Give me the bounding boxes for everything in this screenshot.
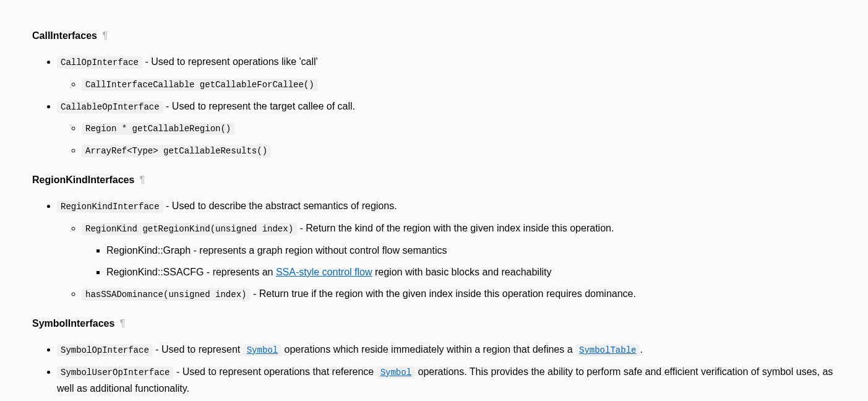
list-item: RegionKind::Graph - represents a graph r… (106, 242, 836, 259)
list-item: RegionKindInterface - Used to describe t… (57, 197, 836, 303)
pilcrow-icon[interactable]: ¶ (140, 175, 145, 185)
pilcrow-icon[interactable]: ¶ (120, 318, 126, 329)
list-callinterfaces: CallOpInterface - Used to represent oper… (32, 53, 836, 159)
text: - Used to represent operations that refe… (173, 366, 376, 377)
text: - Return true if the region with the giv… (250, 288, 635, 299)
code-symbol-link[interactable]: Symbol (243, 344, 281, 356)
list-symbolinterfaces: SymbolOpInterface - Used to represent Sy… (32, 341, 836, 397)
text: . (640, 344, 642, 355)
heading-text: SymbolInterfaces (32, 318, 114, 329)
code-getregionkind: RegionKind getRegionKind(unsigned index) (82, 223, 297, 235)
pilcrow-icon[interactable]: ¶ (102, 30, 108, 41)
list-item: hasSSADominance(unsigned index) - Return… (82, 285, 836, 303)
text: - Used to represent (153, 344, 243, 355)
code-getcallableregion: Region * getCallableRegion() (82, 123, 234, 135)
list-item: CallInterfaceCallable getCallableForCall… (82, 75, 836, 93)
text: - Used to represent the target callee of… (163, 101, 355, 111)
heading-text: CallInterfaces (32, 30, 97, 41)
text: RegionKind::SSACFG - represents an (106, 267, 276, 277)
list-item: SymbolOpInterface - Used to represent Sy… (57, 341, 836, 358)
list-regionkindinterfaces: RegionKindInterface - Used to describe t… (32, 197, 836, 303)
list-item: CallOpInterface - Used to represent oper… (57, 53, 836, 93)
list-item: CallableOpInterface - Used to represent … (57, 98, 836, 159)
list-item: RegionKind getRegionKind(unsigned index)… (82, 220, 836, 280)
code-symbol-link[interactable]: Symbol (377, 366, 415, 379)
code-symboltable-link[interactable]: SymbolTable (575, 344, 640, 356)
heading-regionkindinterfaces: RegionKindInterfaces ¶ (32, 173, 836, 188)
text: - Return the kind of the region with the… (297, 223, 614, 233)
list-item: RegionKind::SSACFG - represents an SSA-s… (106, 264, 836, 280)
code-callableopinterface: CallableOpInterface (57, 101, 163, 113)
heading-text: RegionKindInterfaces (32, 175, 134, 185)
text: - Used to describe the abstract semantic… (163, 200, 397, 211)
list-item: Region * getCallableRegion() (82, 119, 836, 137)
link-symboltable[interactable]: SymbolTable (575, 344, 640, 355)
code-regionkindinterface: RegionKindInterface (57, 200, 163, 213)
text: region with basic blocks and reachabilit… (372, 267, 552, 277)
list-item: SymbolUserOpInterface - Used to represen… (57, 363, 836, 397)
text: RegionKind::Graph - represents a graph r… (106, 245, 447, 256)
code-callopinterface: CallOpInterface (57, 56, 142, 69)
code-getcallableresults: ArrayRef<Type> getCallableResults() (82, 145, 271, 157)
link-ssa-style-control-flow[interactable]: SSA-style control flow (276, 267, 372, 277)
heading-callinterfaces: CallInterfaces ¶ (32, 28, 836, 43)
code-hasssadominance: hasSSADominance(unsigned index) (82, 288, 250, 301)
code-getcallableforcallee: CallInterfaceCallable getCallableForCall… (82, 79, 318, 91)
text: - Used to represent operations like 'cal… (142, 56, 318, 67)
heading-symbolinterfaces: SymbolInterfaces ¶ (32, 316, 836, 331)
link-symbol[interactable]: Symbol (377, 366, 415, 377)
list-item: ArrayRef<Type> getCallableResults() (82, 142, 836, 159)
text: operations which reside immediately with… (281, 344, 575, 355)
link-symbol[interactable]: Symbol (243, 344, 281, 355)
code-symbolopinterface: SymbolOpInterface (57, 344, 153, 356)
code-symboluseropinterface: SymbolUserOpInterface (57, 366, 173, 379)
